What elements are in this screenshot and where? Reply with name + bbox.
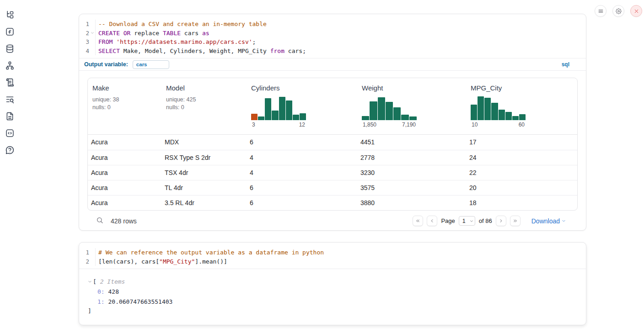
column-header-make[interactable]: Make unique: 38nulls: 0 xyxy=(88,78,161,134)
cell-make: Acura xyxy=(88,135,161,150)
sql-text: ; xyxy=(252,38,256,45)
tree-items-count: 2 Items xyxy=(97,278,125,285)
sql-keyword: TABLE xyxy=(163,30,181,37)
code-line: 1 # We can reference the output variable… xyxy=(79,248,586,257)
datasources-database-icon[interactable] xyxy=(5,43,15,53)
chevron-down-icon xyxy=(562,219,566,223)
cell-model: RSX Type S 2dr xyxy=(161,150,247,165)
cell-cylinders: 4 xyxy=(247,150,357,165)
histogram-mpg-city: 1060 xyxy=(471,96,526,128)
cell-model: MDX xyxy=(161,135,247,150)
output-variable-input[interactable] xyxy=(133,60,169,69)
help-question-bubble-icon[interactable] xyxy=(5,145,15,155)
python-comment: # We can reference the output variable a… xyxy=(98,249,324,256)
column-header-cylinders[interactable]: Cylinders 312 xyxy=(247,78,357,134)
table-row[interactable]: Acura 3.5 RL 4dr 6 3880 18 xyxy=(88,195,577,210)
top-toolbar xyxy=(595,5,642,17)
page-select-wrap: 1 xyxy=(459,216,475,226)
tree-entry-key: 0: xyxy=(97,288,105,295)
cell-weight: 4451 xyxy=(357,135,466,150)
file-explorer-tree-icon[interactable] xyxy=(5,10,15,20)
pagination: Page 1 of 86 Download xyxy=(413,216,566,226)
python-text: ].mean()] xyxy=(195,258,227,265)
language-badge-sql: sql xyxy=(562,61,569,68)
code-line: 3 FROM 'https://datasets.marimo.app/cars… xyxy=(79,37,586,47)
cell-mpg-city: 20 xyxy=(466,180,577,195)
dependency-graph-icon[interactable] xyxy=(5,60,15,70)
line-number: 4 xyxy=(79,48,89,54)
tree-entry-value: 428 xyxy=(105,288,119,295)
column-header-weight[interactable]: Weight 1,8507,190 xyxy=(357,78,466,134)
cell-model: TL 4dr xyxy=(161,180,247,195)
sql-text xyxy=(113,38,116,45)
cell-mpg-city: 24 xyxy=(466,150,577,165)
variables-function-icon[interactable] xyxy=(5,26,15,37)
table-row[interactable]: Acura MDX 6 4451 17 xyxy=(88,135,577,150)
tree-open-bracket: [ xyxy=(93,278,97,285)
cell-model: TSX 4dr xyxy=(161,165,247,180)
chevrons-right-icon xyxy=(513,218,518,223)
search-icon[interactable] xyxy=(96,217,103,226)
histogram-bar xyxy=(471,105,477,120)
cell-model: 3.5 RL 4dr xyxy=(161,196,247,210)
column-header-mpg-city[interactable]: MPG_City 1060 xyxy=(466,78,577,134)
settings-gear-icon[interactable] xyxy=(612,5,624,17)
tree-entry-key: 1: xyxy=(97,298,105,305)
column-stat-nulls: nulls: 0 xyxy=(166,104,247,111)
next-page-button[interactable] xyxy=(496,216,506,226)
row-count: 428 rows xyxy=(111,217,137,225)
histogram-bar xyxy=(258,116,264,120)
previous-page-button[interactable] xyxy=(427,216,437,226)
sql-code-editor[interactable]: 1 -- Download a CSV and create an in-mem… xyxy=(79,14,586,58)
histogram-bar xyxy=(499,110,505,120)
cell-weight: 3575 xyxy=(357,180,466,195)
documentation-file-icon[interactable] xyxy=(5,111,15,121)
marimo-notebook: { "colors": { "hist_green": "#17735a", "… xyxy=(0,0,644,333)
column-title: Make xyxy=(92,84,161,92)
shutdown-close-icon[interactable] xyxy=(630,5,642,17)
scratchpad-scroll-icon[interactable] xyxy=(5,77,15,87)
python-code-editor[interactable]: 1 # We can reference the output variable… xyxy=(79,243,586,269)
sql-keyword: SELECT xyxy=(98,48,120,54)
line-number: 2 xyxy=(79,30,89,37)
last-page-button[interactable] xyxy=(510,216,521,226)
chevron-left-icon xyxy=(429,218,435,223)
first-page-button[interactable] xyxy=(413,216,423,226)
snippets-code-box-icon[interactable] xyxy=(5,128,15,138)
table-row[interactable]: Acura RSX Type S 2dr 4 2778 24 xyxy=(88,150,577,165)
tree-collapse-chevron-icon[interactable] xyxy=(88,280,92,284)
python-string: "MPG_City" xyxy=(159,258,195,265)
column-stat-unique: unique: 425 xyxy=(166,96,247,104)
histogram-bar xyxy=(279,97,285,120)
python-text: [len(cars), cars[ xyxy=(98,258,159,265)
histogram-bar xyxy=(251,114,258,120)
hist-tick-min: 3 xyxy=(252,122,255,128)
table-row[interactable]: Acura TL 4dr 6 3575 20 xyxy=(88,180,577,195)
histogram-bar xyxy=(491,103,498,120)
page-select[interactable]: 1 xyxy=(459,216,475,226)
column-header-model[interactable]: Model unique: 425nulls: 0 xyxy=(161,78,247,134)
tree-entry: 0: 428 xyxy=(88,286,586,296)
tree-close-bracket: ] xyxy=(88,307,91,314)
cell-mpg-city: 17 xyxy=(466,135,577,150)
table-row[interactable]: Acura TSX 4dr 4 3230 22 xyxy=(88,165,577,180)
cell-make: Acura xyxy=(88,196,161,210)
output-variable-bar: Output variable: sql xyxy=(79,58,586,71)
download-button[interactable]: Download xyxy=(531,217,566,225)
code-line: 2 CREATE OR replace TABLE cars as xyxy=(79,29,586,38)
hist-tick-max: 12 xyxy=(299,122,305,128)
menu-icon[interactable] xyxy=(595,5,606,17)
sql-keyword: OR xyxy=(123,30,131,37)
python-cell-output: [ 2 Items 0: 428 1: 20.060747663551403 ] xyxy=(79,269,586,315)
table-footer: 428 rows Page 1 of 86 xyxy=(87,211,578,231)
data-table: Make unique: 38nulls: 0 Model unique: 42… xyxy=(87,78,578,211)
histogram-bar xyxy=(272,111,278,120)
histogram-bar xyxy=(300,113,306,120)
logs-list-search-icon[interactable] xyxy=(5,94,15,104)
sql-text: cars; xyxy=(284,48,306,54)
fold-chevron-icon[interactable] xyxy=(89,31,95,35)
cell-weight: 3230 xyxy=(357,165,466,180)
column-title: MPG_City xyxy=(471,84,577,92)
line-number: 1 xyxy=(79,249,89,256)
histogram-bar xyxy=(378,97,385,120)
